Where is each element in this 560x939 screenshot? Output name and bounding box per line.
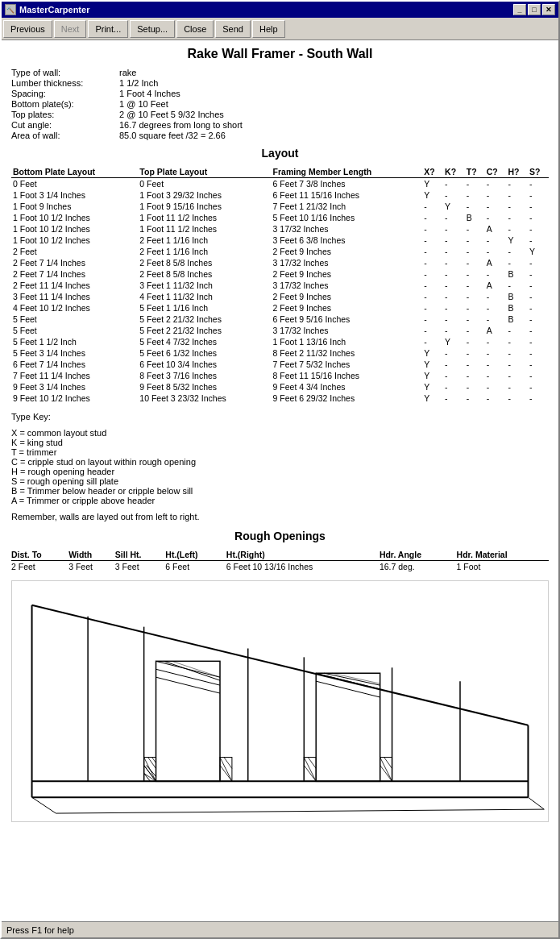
- cell-s: -: [528, 359, 549, 370]
- cell-x: -: [422, 246, 443, 257]
- cell-framing: 9 Feet 6 29/32 Inches: [272, 393, 423, 404]
- cell-k: -: [443, 178, 465, 190]
- minimize-button[interactable]: _: [513, 4, 526, 15]
- cell-c: -: [485, 201, 507, 212]
- cell-c: -: [485, 347, 507, 359]
- layout-row: 5 Feet 3 1/4 Inches 5 Feet 6 1/32 Inches…: [11, 347, 549, 359]
- rough-ht-right: 6 Feet 10 13/16 Inches: [226, 561, 380, 573]
- cell-bottom: 2 Feet: [11, 246, 138, 257]
- cell-framing: 3 Feet 6 3/8 Inches: [272, 235, 423, 246]
- cell-x: -: [422, 257, 443, 268]
- cell-c: -: [485, 235, 507, 246]
- print-button[interactable]: Print...: [88, 20, 128, 38]
- layout-row: 6 Feet 7 1/4 Inches 6 Feet 10 3/4 Inches…: [11, 359, 549, 370]
- cell-k: -: [443, 235, 465, 246]
- cell-x: -: [422, 201, 443, 212]
- cell-h: -: [506, 257, 528, 268]
- cell-x: Y: [422, 347, 443, 359]
- cell-bottom: 6 Feet 7 1/4 Inches: [11, 359, 138, 370]
- cell-c: -: [485, 291, 507, 302]
- next-button[interactable]: Next: [54, 20, 87, 38]
- rough-col-hdr-angle: Hdr. Angle: [380, 549, 457, 561]
- cell-framing: 2 Feet 9 Inches: [272, 268, 423, 280]
- cell-framing: 6 Feet 7 3/8 Inches: [272, 178, 423, 190]
- cell-s: -: [528, 212, 549, 223]
- cell-x: -: [422, 302, 443, 314]
- cell-framing: 8 Feet 2 11/32 Inches: [272, 347, 423, 359]
- info-type-of-wall: Type of wall: rake: [11, 68, 549, 77]
- cell-bottom: 2 Feet 11 1/4 Inches: [11, 280, 138, 291]
- cell-bottom: 2 Feet 7 1/4 Inches: [11, 268, 138, 280]
- cell-h: -: [506, 347, 528, 359]
- close-button[interactable]: ✕: [542, 4, 555, 15]
- cell-bottom: 2 Feet 7 1/4 Inches: [11, 257, 138, 268]
- info-top-plates: Top plates: 2 @ 10 Feet 5 9/32 Inches: [11, 110, 549, 119]
- cell-framing: 3 17/32 Inches: [272, 325, 423, 336]
- cell-s: -: [528, 268, 549, 280]
- cell-top: 10 Feet 3 23/32 Inches: [138, 393, 271, 404]
- info-area-of-wall: Area of wall: 85.0 square feet /32 = 2.6…: [11, 131, 549, 140]
- rough-sill: 3 Feet: [115, 561, 166, 573]
- cell-framing: 6 Feet 11 15/16 Inches: [272, 189, 423, 201]
- info-bottom-plates: Bottom plate(s): 1 @ 10 Feet: [11, 99, 549, 109]
- cell-c: -: [485, 302, 507, 314]
- rough-col-dist: Dist. To: [11, 549, 68, 561]
- cut-angle-label: Cut angle:: [11, 120, 116, 130]
- layout-row: 2 Feet 11 1/4 Inches 3 Feet 1 11/32 Inch…: [11, 280, 549, 291]
- content-area[interactable]: Rake Wall Framer - South Wall Type of wa…: [2, 40, 558, 921]
- cell-s: -: [528, 393, 549, 404]
- cell-framing: 9 Feet 4 3/4 Inches: [272, 381, 423, 393]
- rough-openings-title: Rough Openings: [11, 530, 549, 542]
- cell-s: -: [528, 178, 549, 190]
- rough-hdr-angle: 16.7 deg.: [380, 561, 457, 573]
- area-of-wall-label: Area of wall:: [11, 131, 116, 140]
- help-button[interactable]: Help: [252, 20, 285, 38]
- send-button[interactable]: Send: [215, 20, 251, 38]
- cell-c: -: [485, 178, 507, 190]
- layout-row: 1 Foot 10 1/2 Inches 1 Foot 11 1/2 Inche…: [11, 212, 549, 223]
- cell-x: -: [422, 280, 443, 291]
- cell-c: A: [485, 280, 507, 291]
- cell-x: -: [422, 235, 443, 246]
- cell-c: -: [485, 381, 507, 393]
- spacing-label: Spacing:: [11, 89, 116, 98]
- cell-framing: 3 17/32 Inches: [272, 280, 423, 291]
- layout-row: 0 Feet 0 Feet 6 Feet 7 3/8 Inches Y - - …: [11, 178, 549, 190]
- cell-bottom: 9 Feet 3 1/4 Inches: [11, 381, 138, 393]
- cell-top: 1 Foot 9 15/16 Inches: [138, 201, 271, 212]
- layout-note: Remember, walls are layed out from left …: [11, 512, 549, 521]
- previous-button[interactable]: Previous: [3, 20, 52, 38]
- cell-bottom: 7 Feet 11 1/4 Inches: [11, 370, 138, 381]
- cell-x: -: [422, 212, 443, 223]
- maximize-button[interactable]: □: [528, 4, 541, 15]
- setup-button[interactable]: Setup...: [130, 20, 175, 38]
- cell-t: -: [465, 370, 485, 381]
- cell-t: B: [465, 212, 485, 223]
- cell-t: -: [465, 178, 485, 190]
- close-menu-button[interactable]: Close: [176, 20, 214, 38]
- rough-ht-left: 6 Feet: [165, 561, 226, 573]
- cell-h: -: [506, 336, 528, 347]
- col-k: K?: [443, 166, 465, 178]
- cell-t: -: [465, 336, 485, 347]
- cell-s: -: [528, 314, 549, 325]
- cell-x: Y: [422, 393, 443, 404]
- cell-s: -: [528, 280, 549, 291]
- cell-k: Y: [443, 336, 465, 347]
- cell-t: -: [465, 280, 485, 291]
- title-bar-buttons: _ □ ✕: [513, 4, 555, 15]
- cell-k: -: [443, 381, 465, 393]
- cell-h: B: [506, 314, 528, 325]
- cell-x: -: [422, 336, 443, 347]
- layout-table: Bottom Plate Layout Top Plate Layout Fra…: [11, 166, 549, 404]
- status-bar: Press F1 for help: [2, 921, 558, 937]
- cell-t: -: [465, 268, 485, 280]
- layout-row: 5 Feet 5 Feet 2 21/32 Inches 3 17/32 Inc…: [11, 325, 549, 336]
- cell-h: -: [506, 370, 528, 381]
- cell-s: -: [528, 189, 549, 201]
- cell-k: -: [443, 246, 465, 257]
- cell-k: -: [443, 268, 465, 280]
- cell-s: -: [528, 347, 549, 359]
- cell-h: -: [506, 381, 528, 393]
- layout-row: 9 Feet 3 1/4 Inches 9 Feet 8 5/32 Inches…: [11, 381, 549, 393]
